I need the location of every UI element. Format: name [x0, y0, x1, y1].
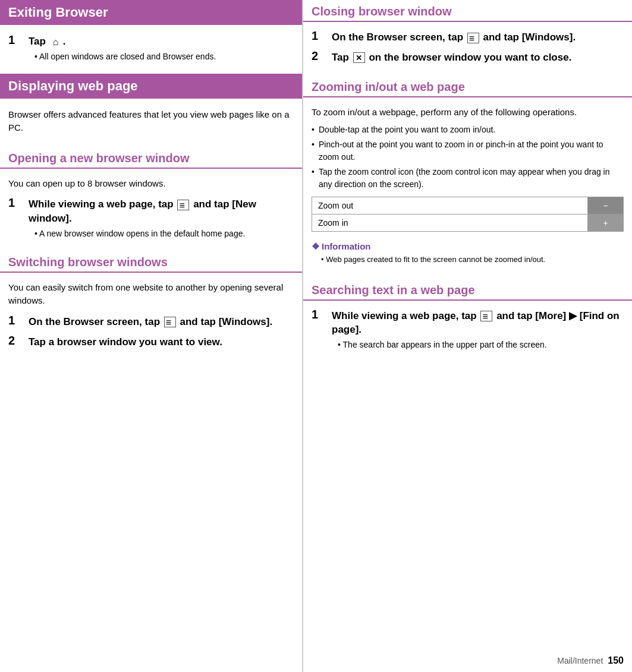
- displaying-web-page-section: Displaying web page Browser offers advan…: [0, 74, 302, 138]
- footer: Mail/Internet 150: [557, 655, 624, 666]
- zoom-table: Zoom out − Zoom in +: [312, 197, 624, 232]
- exiting-browser-header: Exiting Browser: [0, 0, 302, 25]
- searching-text-header: Searching text in a web page: [303, 279, 632, 301]
- step-number-sw2: 2: [8, 334, 25, 348]
- menu-icon-3: [467, 33, 479, 43]
- info-text: Web pages created to fit to the screen c…: [321, 254, 624, 266]
- step-cw1-text: On the Browser screen, tap and tap [Wind…: [332, 30, 624, 45]
- opening-new-window-header: Opening a new browser window: [0, 147, 302, 169]
- switching-windows-header: Switching browser windows: [0, 251, 302, 273]
- displaying-web-page-body: Browser offers advanced features that le…: [0, 105, 302, 138]
- displaying-web-page-header: Displaying web page: [0, 74, 302, 99]
- footer-section: Mail/Internet: [557, 656, 603, 665]
- left-column: Exiting Browser 1 Tap ⌂. All open window…: [0, 0, 303, 672]
- searching-text-section: Searching text in a web page 1 While vie…: [303, 279, 632, 354]
- menu-icon-2: [164, 317, 176, 327]
- exiting-step-1: 1 Tap ⌂. All open windows are closed and…: [0, 31, 302, 65]
- info-box: Information Web pages created to fit to …: [303, 236, 632, 270]
- step-st1-text: While viewing a web page, tap and tap [M…: [332, 309, 624, 337]
- zoom-out-row: Zoom out −: [312, 197, 624, 214]
- zoom-bullet-2: Pinch-out at the point you want to zoom …: [303, 137, 632, 165]
- right-column: Closing browser window 1 On the Browser …: [303, 0, 632, 672]
- zoom-out-symbol[interactable]: −: [588, 197, 624, 214]
- step-1-bullet: All open windows are closed and Browser …: [34, 51, 294, 63]
- menu-icon-1: [177, 200, 189, 210]
- step-sw1-content: On the Browser screen, tap and tap [Wind…: [29, 315, 294, 329]
- switching-step-2: 2 Tap a browser window you want to view.: [0, 332, 302, 352]
- zooming-section: Zooming in/out a web page To zoom in/out…: [303, 75, 632, 270]
- zoom-in-symbol[interactable]: +: [588, 214, 624, 232]
- home-icon: ⌂: [50, 36, 62, 48]
- step-st1-content: While viewing a web page, tap and tap [M…: [332, 309, 624, 352]
- switching-windows-section: Switching browser windows You can easily…: [0, 251, 302, 352]
- zoom-out-label: Zoom out: [312, 197, 588, 214]
- step-1-text: Tap ⌂.: [29, 34, 294, 49]
- step-1-content: Tap ⌂. All open windows are closed and B…: [29, 34, 294, 63]
- footer-page: 150: [608, 655, 624, 666]
- zooming-intro: To zoom in/out a webpage, perform any of…: [303, 102, 632, 123]
- step-sw2-text: Tap a browser window you want to view.: [29, 335, 294, 349]
- step-cw2-content: Tap ✕ on the browser window you want to …: [332, 51, 624, 65]
- zoom-in-label: Zoom in: [312, 214, 588, 232]
- exiting-browser-section: Exiting Browser 1 Tap ⌂. All open window…: [0, 0, 302, 65]
- step-number-1: 1: [8, 33, 25, 47]
- info-title: Information: [312, 241, 624, 252]
- step-sw2-content: Tap a browser window you want to view.: [29, 335, 294, 349]
- zooming-header: Zooming in/out a web page: [303, 75, 632, 97]
- zoom-bullet-3: Tap the zoom control icon (the zoom cont…: [303, 165, 632, 192]
- menu-icon-4: [480, 311, 492, 321]
- step-number-st1: 1: [312, 308, 328, 321]
- step-1b-content: While viewing a web page, tap and tap [N…: [29, 197, 294, 240]
- closing-window-header: Closing browser window: [303, 0, 632, 22]
- step-cw2-text: Tap ✕ on the browser window you want to …: [332, 51, 624, 65]
- opening-new-window-section: Opening a new browser window You can ope…: [0, 147, 302, 242]
- opening-step-1: 1 While viewing a web page, tap and tap …: [0, 194, 302, 242]
- step-st1-bullet: The search bar appears in the upper part…: [338, 339, 624, 351]
- x-icon: ✕: [353, 52, 365, 63]
- step-cw1-content: On the Browser screen, tap and tap [Wind…: [332, 30, 624, 45]
- closing-step-2: 2 Tap ✕ on the browser window you want t…: [303, 47, 632, 67]
- step-number-cw2: 2: [312, 49, 328, 63]
- step-number-cw1: 1: [312, 29, 328, 43]
- zoom-bullet-1: Double-tap at the point you want to zoom…: [303, 122, 632, 137]
- switching-step-1: 1 On the Browser screen, tap and tap [Wi…: [0, 311, 302, 332]
- zoom-in-row: Zoom in +: [312, 214, 624, 232]
- step-1b-bullet: A new browser window opens in the defaul…: [34, 228, 294, 240]
- opening-new-window-body: You can open up to 8 browser windows.: [0, 173, 302, 194]
- step-1b-text: While viewing a web page, tap and tap [N…: [29, 197, 294, 226]
- switching-windows-body: You can easily switch from one website t…: [0, 277, 302, 311]
- closing-window-section: Closing browser window 1 On the Browser …: [303, 0, 632, 67]
- step-number-sw1: 1: [8, 314, 25, 327]
- step-sw1-text: On the Browser screen, tap and tap [Wind…: [29, 315, 294, 329]
- searching-step-1: 1 While viewing a web page, tap and tap …: [303, 305, 632, 354]
- step-number-1b: 1: [8, 196, 25, 210]
- closing-step-1: 1 On the Browser screen, tap and tap [Wi…: [303, 27, 632, 47]
